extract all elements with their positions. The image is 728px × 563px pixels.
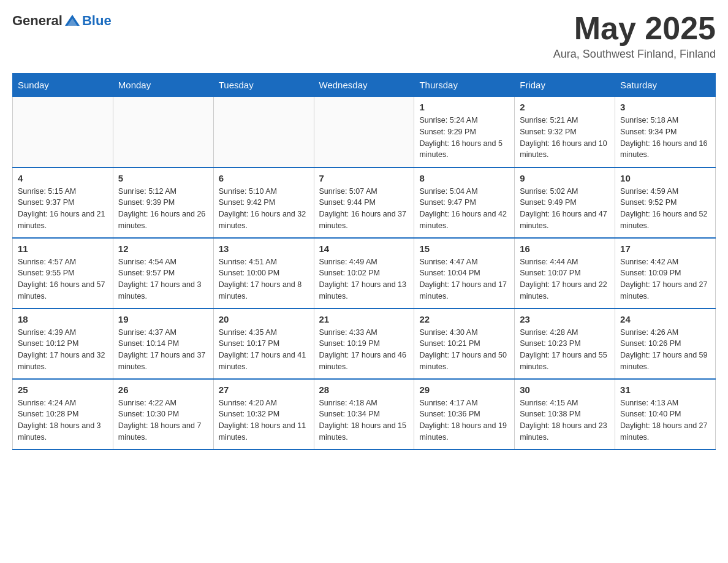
day-number: 1: [419, 102, 509, 112]
calendar-cell: 28Sunrise: 4:18 AMSunset: 10:34 PMDaylig…: [314, 379, 414, 450]
day-number: 13: [219, 243, 309, 254]
day-info: Sunrise: 5:10 AMSunset: 9:42 PMDaylight:…: [219, 186, 309, 232]
day-number: 6: [219, 173, 309, 183]
day-number: 5: [118, 173, 208, 183]
calendar-week-row: 25Sunrise: 4:24 AMSunset: 10:28 PMDaylig…: [13, 379, 716, 450]
day-number: 22: [419, 314, 509, 324]
day-number: 29: [419, 385, 509, 395]
logo-icon: [64, 12, 81, 29]
day-number: 25: [18, 385, 108, 395]
day-number: 14: [319, 243, 409, 254]
calendar-header-sunday: Sunday: [13, 74, 113, 97]
page-header: General Blue May 2025 Aura, Southwest Fi…: [12, 12, 716, 61]
day-info: Sunrise: 4:59 AMSunset: 9:52 PMDaylight:…: [620, 186, 710, 232]
calendar-table: SundayMondayTuesdayWednesdayThursdayFrid…: [12, 73, 716, 450]
day-number: 15: [419, 243, 509, 254]
day-number: 9: [520, 173, 610, 183]
day-number: 10: [620, 173, 710, 183]
day-info: Sunrise: 4:24 AMSunset: 10:28 PMDaylight…: [18, 397, 108, 443]
day-info: Sunrise: 4:37 AMSunset: 10:14 PMDaylight…: [118, 327, 208, 373]
day-info: Sunrise: 4:13 AMSunset: 10:40 PMDaylight…: [620, 397, 710, 443]
day-number: 16: [520, 243, 610, 254]
logo-text-general: General: [12, 13, 63, 29]
title-block: May 2025 Aura, Southwest Finland, Finlan…: [553, 12, 716, 61]
day-number: 12: [118, 243, 208, 254]
calendar-cell: 15Sunrise: 4:47 AMSunset: 10:04 PMDaylig…: [414, 238, 515, 308]
day-info: Sunrise: 4:54 AMSunset: 9:57 PMDaylight:…: [118, 256, 208, 302]
calendar-header-tuesday: Tuesday: [213, 74, 314, 97]
day-number: 23: [520, 314, 610, 324]
day-number: 21: [319, 314, 409, 324]
day-number: 28: [319, 385, 409, 395]
calendar-cell: 11Sunrise: 4:57 AMSunset: 9:55 PMDayligh…: [13, 238, 113, 308]
calendar-cell: 13Sunrise: 4:51 AMSunset: 10:00 PMDaylig…: [213, 238, 314, 308]
calendar-header-thursday: Thursday: [414, 74, 515, 97]
calendar-week-row: 1Sunrise: 5:24 AMSunset: 9:29 PMDaylight…: [13, 97, 716, 167]
calendar-cell: 3Sunrise: 5:18 AMSunset: 9:34 PMDaylight…: [615, 97, 716, 167]
calendar-cell: 2Sunrise: 5:21 AMSunset: 9:32 PMDaylight…: [515, 97, 615, 167]
day-info: Sunrise: 4:28 AMSunset: 10:23 PMDaylight…: [520, 327, 610, 373]
day-info: Sunrise: 5:02 AMSunset: 9:49 PMDaylight:…: [520, 186, 610, 232]
day-info: Sunrise: 4:35 AMSunset: 10:17 PMDaylight…: [219, 327, 309, 373]
day-number: 19: [118, 314, 208, 324]
day-info: Sunrise: 4:44 AMSunset: 10:07 PMDaylight…: [520, 256, 610, 302]
calendar-cell: 24Sunrise: 4:26 AMSunset: 10:26 PMDaylig…: [615, 308, 716, 379]
calendar-cell: 1Sunrise: 5:24 AMSunset: 9:29 PMDaylight…: [414, 97, 515, 167]
location-subtitle: Aura, Southwest Finland, Finland: [553, 48, 716, 61]
day-info: Sunrise: 4:47 AMSunset: 10:04 PMDaylight…: [419, 256, 509, 302]
day-number: 7: [319, 173, 409, 183]
calendar-cell: 23Sunrise: 4:28 AMSunset: 10:23 PMDaylig…: [515, 308, 615, 379]
calendar-cell: [13, 97, 113, 167]
day-info: Sunrise: 5:24 AMSunset: 9:29 PMDaylight:…: [419, 115, 509, 161]
day-info: Sunrise: 5:21 AMSunset: 9:32 PMDaylight:…: [520, 115, 610, 161]
calendar-cell: 10Sunrise: 4:59 AMSunset: 9:52 PMDayligh…: [615, 167, 716, 238]
day-number: 8: [419, 173, 509, 183]
calendar-cell: [213, 97, 314, 167]
calendar-cell: 21Sunrise: 4:33 AMSunset: 10:19 PMDaylig…: [314, 308, 414, 379]
day-info: Sunrise: 5:15 AMSunset: 9:37 PMDaylight:…: [18, 186, 108, 232]
day-info: Sunrise: 4:39 AMSunset: 10:12 PMDaylight…: [18, 327, 108, 373]
calendar-cell: 9Sunrise: 5:02 AMSunset: 9:49 PMDaylight…: [515, 167, 615, 238]
calendar-week-row: 18Sunrise: 4:39 AMSunset: 10:12 PMDaylig…: [13, 308, 716, 379]
calendar-header-monday: Monday: [113, 74, 213, 97]
calendar-cell: [314, 97, 414, 167]
day-info: Sunrise: 4:30 AMSunset: 10:21 PMDaylight…: [419, 327, 509, 373]
day-info: Sunrise: 4:18 AMSunset: 10:34 PMDaylight…: [319, 397, 409, 443]
calendar-week-row: 4Sunrise: 5:15 AMSunset: 9:37 PMDaylight…: [13, 167, 716, 238]
day-number: 17: [620, 243, 710, 254]
day-info: Sunrise: 4:26 AMSunset: 10:26 PMDaylight…: [620, 327, 710, 373]
day-info: Sunrise: 5:18 AMSunset: 9:34 PMDaylight:…: [620, 115, 710, 161]
calendar-cell: 20Sunrise: 4:35 AMSunset: 10:17 PMDaylig…: [213, 308, 314, 379]
calendar-cell: 14Sunrise: 4:49 AMSunset: 10:02 PMDaylig…: [314, 238, 414, 308]
calendar-cell: 22Sunrise: 4:30 AMSunset: 10:21 PMDaylig…: [414, 308, 515, 379]
calendar-header-saturday: Saturday: [615, 74, 716, 97]
calendar-week-row: 11Sunrise: 4:57 AMSunset: 9:55 PMDayligh…: [13, 238, 716, 308]
day-number: 30: [520, 385, 610, 395]
day-info: Sunrise: 4:17 AMSunset: 10:36 PMDaylight…: [419, 397, 509, 443]
day-info: Sunrise: 4:49 AMSunset: 10:02 PMDaylight…: [319, 256, 409, 302]
day-number: 4: [18, 173, 108, 183]
calendar-header-wednesday: Wednesday: [314, 74, 414, 97]
day-info: Sunrise: 4:42 AMSunset: 10:09 PMDaylight…: [620, 256, 710, 302]
day-info: Sunrise: 4:33 AMSunset: 10:19 PMDaylight…: [319, 327, 409, 373]
day-number: 27: [219, 385, 309, 395]
calendar-cell: 29Sunrise: 4:17 AMSunset: 10:36 PMDaylig…: [414, 379, 515, 450]
calendar-cell: 18Sunrise: 4:39 AMSunset: 10:12 PMDaylig…: [13, 308, 113, 379]
day-info: Sunrise: 5:07 AMSunset: 9:44 PMDaylight:…: [319, 186, 409, 232]
day-number: 26: [118, 385, 208, 395]
calendar-header-friday: Friday: [515, 74, 615, 97]
day-number: 24: [620, 314, 710, 324]
day-number: 20: [219, 314, 309, 324]
calendar-cell: 25Sunrise: 4:24 AMSunset: 10:28 PMDaylig…: [13, 379, 113, 450]
calendar-cell: 5Sunrise: 5:12 AMSunset: 9:39 PMDaylight…: [113, 167, 213, 238]
day-number: 3: [620, 102, 710, 112]
calendar-cell: 8Sunrise: 5:04 AMSunset: 9:47 PMDaylight…: [414, 167, 515, 238]
day-info: Sunrise: 4:22 AMSunset: 10:30 PMDaylight…: [118, 397, 208, 443]
day-info: Sunrise: 4:15 AMSunset: 10:38 PMDaylight…: [520, 397, 610, 443]
calendar-cell: 7Sunrise: 5:07 AMSunset: 9:44 PMDaylight…: [314, 167, 414, 238]
calendar-cell: 4Sunrise: 5:15 AMSunset: 9:37 PMDaylight…: [13, 167, 113, 238]
day-number: 31: [620, 385, 710, 395]
calendar-cell: 31Sunrise: 4:13 AMSunset: 10:40 PMDaylig…: [615, 379, 716, 450]
day-info: Sunrise: 4:51 AMSunset: 10:00 PMDaylight…: [219, 256, 309, 302]
day-number: 18: [18, 314, 108, 324]
